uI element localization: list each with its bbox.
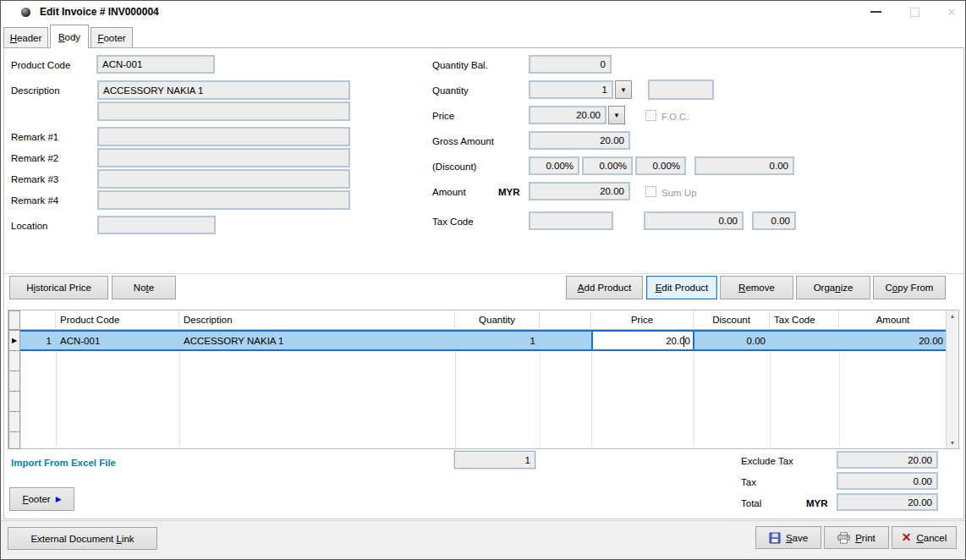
discount-label: (Discount) (432, 161, 476, 173)
cell-price-editing[interactable]: 20.00 (591, 330, 694, 351)
add-product-button[interactable]: Add Product (566, 276, 643, 299)
edit-invoice-dialog: Edit Invoice # INV000004 ✕ Header Body F… (0, 0, 966, 560)
row-selector[interactable] (8, 411, 20, 432)
gross-amount-label: Gross Amount (432, 135, 494, 147)
text-caret (683, 336, 684, 347)
foc-checkbox[interactable] (645, 110, 656, 121)
grid-header-price[interactable]: Price (591, 310, 694, 330)
row-selector-current[interactable]: ▶ (8, 330, 20, 351)
cell-description[interactable]: ACCESSORY NAKIA 1 (179, 332, 455, 349)
cell-tax-code[interactable] (770, 332, 839, 349)
remark4-field[interactable] (97, 190, 350, 210)
maximize-button[interactable] (897, 1, 931, 23)
chevron-down-icon: ▼ (620, 86, 627, 94)
copy-from-button[interactable]: Copy From (873, 276, 946, 299)
cell-quantity[interactable]: 1 (455, 332, 540, 349)
tax-code-field[interactable] (529, 211, 613, 230)
historical-price-button[interactable]: Historical Price (9, 276, 108, 299)
grid-vertical-scrollbar[interactable]: ▲ ▼ (946, 310, 958, 448)
remark2-field[interactable] (97, 148, 350, 167)
row-selector[interactable] (8, 350, 20, 371)
grid-header-quantity[interactable]: Quantity (455, 310, 540, 330)
chevron-down-icon: ▼ (613, 112, 620, 119)
quantity-uom-field[interactable] (648, 80, 714, 100)
row-selector[interactable] (8, 391, 20, 412)
grid-colline (20, 351, 21, 447)
remark3-field[interactable] (97, 169, 350, 189)
grid-header-blank[interactable] (540, 310, 591, 330)
price-dropdown-button[interactable]: ▼ (608, 106, 625, 124)
sum-up-label: Sum Up (661, 187, 697, 199)
cell-discount[interactable]: 0.00 (694, 332, 770, 349)
edit-product-label: Edit Product (656, 283, 709, 293)
footer-button[interactable]: Footer ▶ (9, 487, 74, 511)
grid-header-tax-code[interactable]: Tax Code (770, 310, 839, 330)
tax-amount2-field: 0.00 (752, 211, 796, 230)
tax-amount-field: 0.00 (644, 211, 744, 230)
grid-header-discount[interactable]: Discount (694, 310, 770, 330)
product-code-field[interactable]: ACN-001 (96, 55, 215, 74)
import-from-excel-link[interactable]: Import From Excel File (11, 458, 116, 468)
location-label: Location (11, 220, 47, 232)
quantity-label: Quantity (432, 85, 469, 96)
grid-header-rownum[interactable] (20, 310, 56, 330)
description-label: Description (11, 85, 60, 96)
grid-header-amount[interactable]: Amount (839, 310, 947, 330)
grid-selector-header (8, 310, 20, 330)
description-field-1[interactable]: ACCESSORY NAKIA 1 (97, 80, 350, 100)
printer-icon (837, 532, 850, 544)
cell-amount[interactable]: 20.00 (839, 332, 947, 349)
external-document-link-button[interactable]: External Document Link (8, 527, 157, 550)
tax-code-label: Tax Code (432, 216, 474, 228)
organize-label: Organize (814, 283, 853, 293)
total-currency-label: MYR (806, 497, 828, 509)
tab-header[interactable]: Header (3, 27, 48, 47)
discount-amount-field[interactable]: 0.00 (694, 156, 794, 175)
remark2-label: Remark #2 (11, 152, 58, 164)
minimize-button[interactable] (859, 1, 892, 23)
discount-pct3-field[interactable]: 0.00% (635, 156, 686, 175)
tab-body[interactable]: Body (50, 25, 89, 48)
discount-pct1-field[interactable]: 0.00% (529, 156, 579, 175)
scroll-down-icon[interactable]: ▼ (947, 440, 958, 446)
foc-label: F.O.C. (661, 111, 689, 123)
quantity-field[interactable]: 1 (529, 80, 613, 99)
save-label: Save (786, 533, 808, 543)
print-button[interactable]: Print (824, 526, 889, 549)
remove-button[interactable]: Remove (720, 276, 793, 299)
product-code-label: Product Code (11, 59, 70, 71)
grid-colline (694, 351, 694, 447)
amount-field: 20.00 (529, 182, 630, 200)
table-row[interactable]: 1 ACN-001 ACCESSORY NAKIA 1 1 20.00 0.00… (20, 330, 947, 351)
description-field-2[interactable] (97, 102, 350, 121)
remark1-field[interactable] (97, 127, 350, 146)
grid-header-description[interactable]: Description (179, 310, 455, 330)
sum-up-checkbox[interactable] (645, 186, 656, 197)
close-button[interactable]: ✕ (935, 1, 966, 23)
grid-colline (839, 351, 840, 447)
copy-from-label: Copy From (886, 283, 934, 293)
location-field[interactable] (97, 216, 216, 234)
note-button[interactable]: Note (112, 276, 176, 299)
tab-footer[interactable]: Footer (91, 27, 133, 47)
cell-rownum[interactable]: 1 (20, 332, 56, 349)
row-selector[interactable] (8, 371, 20, 392)
grid-colline (179, 351, 180, 447)
exclude-tax-field: 20.00 (837, 451, 938, 469)
save-button[interactable]: Save (755, 526, 821, 549)
edit-product-button[interactable]: Edit Product (646, 276, 717, 299)
cancel-button[interactable]: ✕ Cancel (892, 526, 957, 549)
total-label: Total (741, 497, 761, 509)
quantity-dropdown-button[interactable]: ▼ (615, 80, 632, 99)
tax-field: 0.00 (837, 472, 938, 490)
cell-product-code[interactable]: ACN-001 (56, 332, 179, 349)
price-field[interactable]: 20.00 (529, 106, 606, 124)
add-product-label: Add Product (578, 283, 631, 293)
grid-header-product-code[interactable]: Product Code (56, 310, 179, 330)
total-field: 20.00 (837, 493, 938, 511)
organize-button[interactable]: Organize (796, 276, 870, 299)
gross-amount-field: 20.00 (529, 131, 630, 150)
row-selector[interactable] (8, 431, 20, 449)
discount-pct2-field[interactable]: 0.00% (582, 156, 633, 175)
scroll-up-icon[interactable]: ▲ (947, 313, 958, 319)
